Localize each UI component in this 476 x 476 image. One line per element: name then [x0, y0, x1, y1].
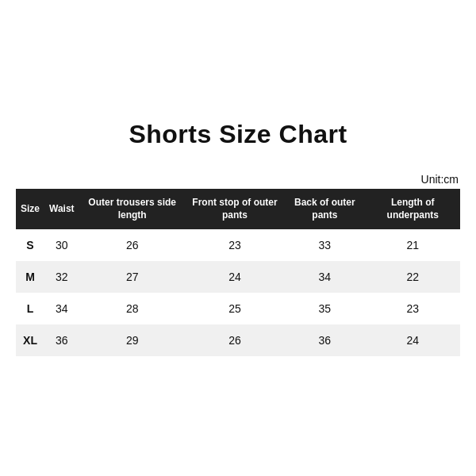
cell-r1-c2: 27	[79, 261, 186, 293]
cell-r1-c4: 34	[284, 261, 365, 293]
table-header-row: Size Waist Outer trousers side length Fr…	[16, 189, 460, 229]
cell-r0-c5: 21	[365, 229, 460, 261]
cell-r3-c4: 36	[284, 324, 365, 356]
table-row: M3227243422	[16, 261, 460, 293]
cell-r1-c3: 24	[186, 261, 284, 293]
cell-r3-c3: 26	[186, 324, 284, 356]
cell-r3-c5: 24	[365, 324, 460, 356]
table-row: XL3629263624	[16, 324, 460, 356]
cell-r0-c3: 23	[186, 229, 284, 261]
col-header-back: Back of outer pants	[284, 189, 365, 229]
table-row: S3026233321	[16, 229, 460, 261]
page-title: Shorts Size Chart	[16, 120, 460, 149]
col-header-front-stop: Front stop of outer pants	[186, 189, 284, 229]
cell-r1-c0: M	[16, 261, 44, 293]
cell-r2-c1: 34	[44, 293, 79, 324]
cell-r2-c3: 25	[186, 293, 284, 324]
cell-r0-c4: 33	[284, 229, 365, 261]
cell-r0-c1: 30	[44, 229, 79, 261]
cell-r2-c5: 23	[365, 293, 460, 324]
cell-r2-c0: L	[16, 293, 44, 324]
col-header-length-under: Length of underpants	[365, 189, 460, 229]
cell-r0-c2: 26	[79, 229, 186, 261]
cell-r3-c1: 36	[44, 324, 79, 356]
size-chart-table: Size Waist Outer trousers side length Fr…	[16, 189, 460, 356]
col-header-size: Size	[16, 189, 44, 229]
col-header-waist: Waist	[44, 189, 79, 229]
cell-r0-c0: S	[16, 229, 44, 261]
table-row: L3428253523	[16, 293, 460, 324]
cell-r2-c2: 28	[79, 293, 186, 324]
chart-container: Shorts Size Chart Unit:cm Size Waist Out…	[16, 120, 460, 356]
unit-label: Unit:cm	[16, 173, 460, 186]
table-body: S3026233321M3227243422L3428253523XL36292…	[16, 229, 460, 356]
cell-r1-c5: 22	[365, 261, 460, 293]
cell-r3-c2: 29	[79, 324, 186, 356]
cell-r2-c4: 35	[284, 293, 365, 324]
col-header-outer-side: Outer trousers side length	[79, 189, 186, 229]
cell-r1-c1: 32	[44, 261, 79, 293]
cell-r3-c0: XL	[16, 324, 44, 356]
